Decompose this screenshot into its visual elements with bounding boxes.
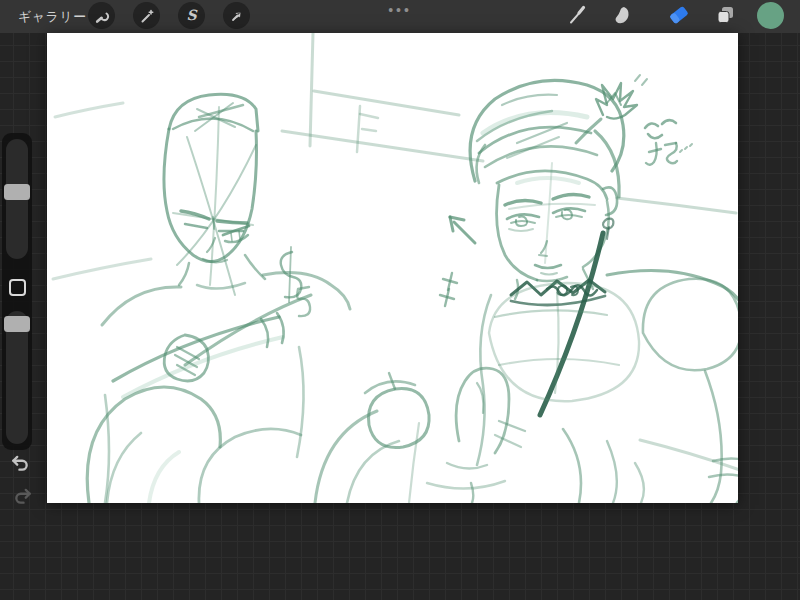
opacity-handle[interactable] xyxy=(4,316,30,332)
redo-arrow-icon xyxy=(13,486,33,510)
brush-tool-button[interactable] xyxy=(565,5,589,29)
brush-size-handle[interactable] xyxy=(4,184,30,200)
smudge-finger-icon xyxy=(611,4,633,30)
actions-button[interactable] xyxy=(88,2,115,29)
selection-s-icon: S xyxy=(186,7,196,23)
redo-button[interactable] xyxy=(11,486,35,510)
arrow-cursor-icon xyxy=(229,8,245,24)
app-background: ギャラリー S xyxy=(0,0,800,600)
adjustments-button[interactable] xyxy=(133,2,160,29)
smudge-tool-button[interactable] xyxy=(610,5,634,29)
color-swatch[interactable] xyxy=(757,2,784,29)
undo-button[interactable] xyxy=(8,453,32,477)
layers-button[interactable] xyxy=(714,5,738,29)
selection-button[interactable]: S xyxy=(178,2,205,29)
wrench-icon xyxy=(94,8,110,24)
drawing-canvas[interactable] xyxy=(47,33,738,503)
brush-sidebar xyxy=(2,133,32,450)
undo-arrow-icon xyxy=(10,453,30,477)
eraser-tool-button[interactable] xyxy=(667,5,691,29)
sketch-svg[interactable] xyxy=(47,33,738,503)
gallery-button[interactable]: ギャラリー xyxy=(18,0,87,33)
transform-button[interactable] xyxy=(223,2,250,29)
window-handle[interactable]: ••• xyxy=(372,1,428,19)
modify-button[interactable] xyxy=(9,279,26,296)
top-toolbar: ギャラリー S xyxy=(0,0,800,33)
eraser-icon xyxy=(667,3,691,31)
paint-brush-icon xyxy=(566,4,588,30)
layers-icon xyxy=(715,4,737,30)
magic-wand-icon xyxy=(139,8,155,24)
